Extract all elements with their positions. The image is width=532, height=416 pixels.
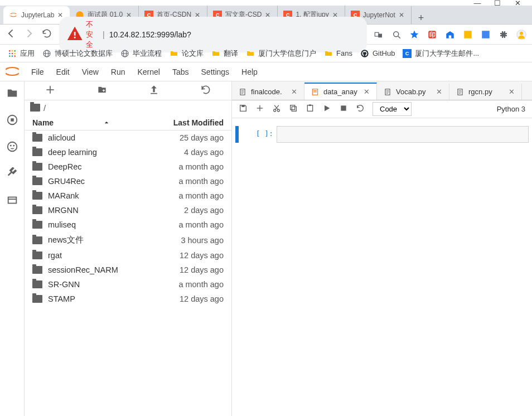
col-name[interactable]: Name [32,118,54,127]
document-tab[interactable]: Vocab.py✕ [377,84,449,100]
notebook-body[interactable]: [ ]: [232,118,532,416]
bookmark-item[interactable]: 博硕士论文数据库 [42,49,113,59]
zoom-icon[interactable] [391,30,402,40]
minimize-button[interactable]: — [474,0,481,6]
cut-button[interactable] [272,104,281,114]
file-modified: 25 days ago [180,133,224,142]
folder-icon [32,177,42,185]
file-row[interactable]: rgat12 days ago [25,248,231,263]
bookmark-item[interactable]: 论文库 [170,49,204,59]
cell-prompt: [ ]: [242,126,273,138]
new-folder-button[interactable] [96,85,108,96]
file-row[interactable]: MRGNN2 days ago [25,203,231,217]
menu-item[interactable]: Settings [201,67,230,76]
file-row[interactable]: GRU4Reca month ago [25,174,231,188]
folder-icon [32,251,42,259]
file-row[interactable]: deep learning4 days ago [25,145,231,159]
bookmark-item[interactable]: 毕业流程 [120,49,162,59]
stop-button[interactable] [339,104,348,114]
cell-input[interactable] [277,126,529,143]
close-tab-button[interactable]: ✕ [399,11,405,19]
url-input[interactable]: 不安全 | 10.24.82.152:9999/lab? [59,17,367,52]
upload-button[interactable] [148,84,159,97]
file-row[interactable]: muliseqa month ago [25,217,231,232]
insert-cell-button[interactable] [255,104,264,114]
bookmark-icon [246,49,255,58]
menu-item[interactable]: File [31,67,44,76]
file-row[interactable]: DeepReca month ago [25,159,231,174]
file-browser-icon[interactable] [6,87,18,99]
bookmark-item[interactable]: 厦门大学信息门户 [246,49,316,59]
back-button[interactable] [6,28,17,41]
bookmark-star-icon[interactable] [409,30,419,40]
svg-rect-22 [482,31,490,38]
col-modified[interactable]: Last Modified [173,118,224,127]
file-type-icon [239,88,246,96]
notebook-toolbar: Code Python 3 [232,100,532,118]
commands-icon[interactable] [6,141,18,153]
menu-item[interactable]: Tabs [172,67,189,76]
dock-panel: finalcode.✕data_anay✕Vocab.py✕rgcn.py✕ C… [232,81,532,416]
menu-item[interactable]: Help [241,67,258,76]
document-tab[interactable]: data_anay✕ [304,83,377,100]
file-row[interactable]: alicloud25 days ago [25,130,231,145]
close-window-button[interactable]: ✕ [514,0,521,6]
ext-icon-2[interactable] [445,30,455,40]
cell-type-select[interactable]: Code [373,102,412,116]
restart-button[interactable] [356,104,365,114]
kernel-label[interactable]: Python 3 [497,105,525,113]
bookmark-item[interactable]: C厦门大学学生邮件... [403,49,479,59]
bookmark-label: 论文库 [182,49,204,59]
extensions-icon[interactable] [499,30,509,40]
favicon-icon [9,11,18,20]
file-row[interactable]: sessionRec_NARM12 days ago [25,263,231,277]
close-document-button[interactable]: ✕ [436,88,442,96]
svg-point-48 [7,142,17,152]
document-tab[interactable]: finalcode.✕ [232,84,304,100]
ext-icon-3[interactable] [463,30,473,40]
paste-button[interactable] [306,104,315,114]
close-document-button[interactable]: ✕ [291,88,297,96]
svg-point-29 [12,52,13,54]
new-tab-button[interactable]: + [412,12,431,24]
menu-item[interactable]: Run [111,67,125,76]
bookmark-item[interactable]: 应用 [8,49,35,59]
folder-icon [32,221,42,229]
svg-point-33 [14,55,16,57]
run-button[interactable] [322,104,331,114]
maximize-button[interactable]: ☐ [494,0,501,6]
reload-button[interactable] [41,28,52,41]
folder-icon [32,148,42,156]
tabs-icon[interactable] [6,194,18,206]
bookmark-item[interactable]: 翻译 [211,49,238,59]
file-row[interactable]: SR-GNNa month ago [25,277,231,292]
bookmark-item[interactable]: Fans [324,49,352,58]
breadcrumb-root: / [43,103,46,113]
file-row[interactable]: STAMP12 days ago [25,292,231,306]
close-document-button[interactable]: ✕ [364,88,370,96]
file-row[interactable]: news文件3 hours ago [25,232,231,248]
forward-button[interactable] [23,28,35,41]
jupyterlab-menubar: FileEditViewRunKernelTabsSettingsHelp [0,62,532,81]
file-row[interactable]: MARanka month ago [25,188,231,203]
profile-avatar[interactable] [516,30,526,40]
menu-item[interactable]: View [82,67,99,76]
running-sessions-icon[interactable] [6,114,18,126]
translate-icon[interactable] [374,30,384,40]
code-cell[interactable]: [ ]: [235,126,529,143]
ext-icon-1[interactable]: 印 [427,30,437,40]
refresh-button[interactable] [200,84,211,97]
ext-icon-4[interactable] [481,30,491,40]
menu-item[interactable]: Edit [56,67,70,76]
document-tab[interactable]: rgcn.py✕ [449,84,522,100]
close-document-button[interactable]: ✕ [509,88,515,96]
bookmark-item[interactable]: GitHub [360,49,395,58]
save-button[interactable] [239,104,248,114]
settings-icon[interactable] [6,167,18,180]
menu-item[interactable]: Kernel [137,67,159,76]
copy-button[interactable] [289,104,298,114]
new-launcher-button[interactable] [45,84,56,97]
breadcrumb[interactable]: / [25,100,231,115]
bookmark-label: 翻译 [224,49,238,59]
file-name: GRU4Rec [48,177,85,186]
